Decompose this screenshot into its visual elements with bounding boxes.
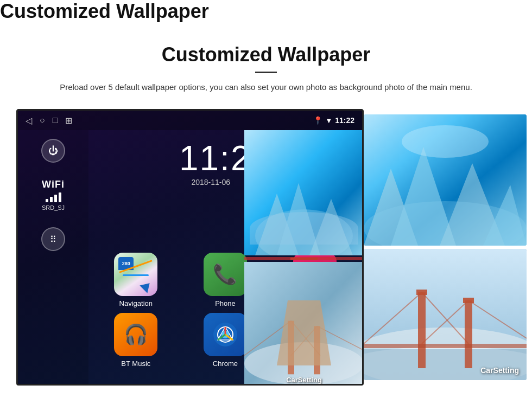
status-bar-left: ◁ ○ □ ⊞	[26, 115, 72, 126]
nav-arrow	[140, 279, 154, 293]
recents-nav-icon[interactable]: □	[53, 115, 58, 125]
main-content: ◁ ○ □ ⊞ 📍 ▾ 11:22 ⏻ WiFi	[0, 109, 532, 386]
header-description: Preload over 5 default wallpaper options…	[43, 81, 489, 94]
header-section: Customized Wallpaper	[0, 0, 532, 23]
navigation-icon: 280	[114, 253, 157, 296]
phone-icon: 📞	[204, 253, 247, 296]
carsetting-wallpaper-label: CarSetting	[480, 366, 519, 375]
svg-rect-11	[244, 130, 364, 255]
svg-rect-36	[465, 300, 472, 368]
btmusic-label: BT Music	[121, 359, 150, 368]
carsetting-label: CarSetting	[244, 376, 364, 384]
navigation-label: Navigation	[119, 299, 153, 307]
wifi-widget: WiFi SRD_SJ	[42, 179, 65, 211]
wifi-bars	[42, 192, 65, 202]
wallpaper-card-bridge[interactable]: CarSetting	[364, 249, 527, 380]
status-bar-right: 📍 ▾ 11:22	[313, 116, 354, 125]
phone-label: Phone	[215, 299, 236, 307]
status-bar: ◁ ○ □ ⊞ 📍 ▾ 11:22	[18, 111, 362, 130]
nav-route	[123, 274, 149, 276]
home-nav-icon[interactable]: ○	[40, 115, 45, 125]
svg-line-22	[291, 326, 317, 355]
all-apps-button[interactable]: ⠿	[41, 227, 65, 251]
wallpaper-card-ice[interactable]	[364, 114, 527, 246]
wifi-ssid: SRD_SJ	[42, 204, 65, 211]
screen-body: ⏻ WiFi SRD_SJ ⠿ 11:22	[18, 130, 362, 386]
wifi-bar-2	[50, 197, 53, 202]
left-sidebar: ⏻ WiFi SRD_SJ ⠿	[18, 130, 88, 386]
wifi-bar-4	[59, 192, 61, 202]
chrome-icon	[204, 313, 247, 356]
svg-rect-43	[364, 344, 527, 348]
svg-rect-35	[418, 292, 426, 368]
wifi-label: WiFi	[42, 179, 65, 190]
screenshot-nav-icon[interactable]: ⊞	[65, 115, 72, 126]
clock-date-value: 2018-11-06	[191, 178, 230, 187]
stripe-element	[290, 258, 318, 260]
app-item-navigation[interactable]: 280 Navigation	[94, 253, 178, 307]
back-nav-icon[interactable]: ◁	[26, 115, 32, 126]
bt-music-icon: 🎧	[114, 313, 157, 356]
wallpaper-top-preview	[244, 130, 364, 255]
location-icon: 📍	[313, 116, 322, 125]
title-divider	[255, 72, 277, 73]
main-title: Customized Wallpaper	[33, 43, 499, 66]
wifi-signal-icon: ▾	[327, 116, 331, 125]
chrome-label: Chrome	[213, 359, 238, 368]
page-title: Customized Wallpaper	[0, 0, 532, 23]
svg-line-21	[291, 321, 320, 356]
wallpaper-bottom-preview: CarSetting	[244, 262, 364, 386]
wallpaper-preview-strip: CarSetting	[244, 130, 364, 386]
app-item-btmusic[interactable]: 🎧 BT Music	[94, 313, 178, 368]
wifi-bar-1	[46, 199, 48, 202]
right-panel: CarSetting	[364, 109, 527, 386]
svg-point-30	[402, 125, 489, 158]
android-screen: ◁ ○ □ ⊞ 📍 ▾ 11:22 ⏻ WiFi	[16, 109, 364, 386]
svg-rect-18	[288, 321, 294, 375]
wifi-bar-3	[54, 195, 57, 202]
power-button[interactable]: ⏻	[41, 139, 65, 163]
svg-rect-19	[314, 326, 320, 374]
wallpaper-stripe	[244, 257, 364, 260]
status-time: 11:22	[335, 116, 354, 125]
svg-rect-34	[364, 349, 527, 380]
